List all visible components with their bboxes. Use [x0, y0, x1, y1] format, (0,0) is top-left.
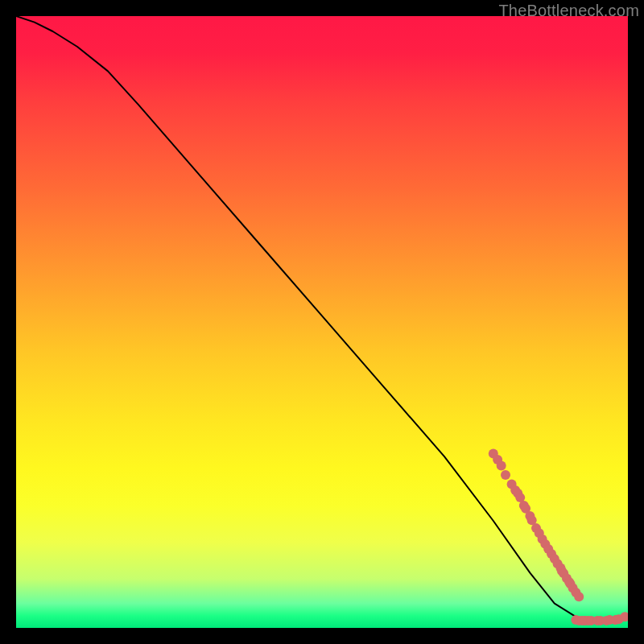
marker-dot: [535, 528, 544, 538]
marker-dot: [571, 588, 580, 597]
marker-dot: [562, 573, 572, 583]
marker-dot: [519, 501, 529, 510]
marker-dot: [531, 523, 541, 533]
marker-dot: [557, 566, 567, 576]
marker-dot: [571, 615, 580, 625]
marker-dot: [553, 559, 563, 568]
marker-dot: [584, 616, 593, 625]
marker-dot: [525, 511, 535, 521]
marker-dot: [510, 485, 520, 495]
marker-dot: [550, 554, 559, 564]
curve-path: [16, 16, 628, 621]
marker-dot: [596, 616, 605, 625]
marker-dot: [493, 455, 502, 464]
marker-dot: [586, 616, 596, 625]
marker-dot: [489, 448, 498, 458]
marker-dot: [577, 616, 587, 625]
marker-dot: [547, 549, 556, 559]
marker-dot: [580, 616, 590, 625]
marker-dot: [614, 614, 624, 624]
marker-dot: [601, 616, 611, 625]
marker-dot: [574, 616, 584, 625]
chart-stage: TheBottleneck.com: [0, 0, 644, 644]
marker-dot: [543, 544, 553, 554]
marker-dot: [559, 568, 568, 578]
marker-dot: [566, 579, 576, 588]
marker-dot: [507, 479, 517, 489]
curve-line: [16, 16, 628, 621]
marker-dot: [540, 539, 550, 549]
marker-dot: [592, 616, 602, 625]
marker-dot: [605, 615, 614, 625]
marker-dot: [513, 489, 522, 498]
marker-dot: [574, 592, 584, 601]
chart-svg: [16, 16, 628, 628]
marker-dot: [620, 612, 628, 621]
watermark-label: TheBottleneck.com: [498, 2, 639, 20]
marker-dot: [527, 515, 537, 525]
marker-dot: [555, 564, 565, 573]
marker-dots: [489, 448, 628, 625]
marker-dot: [521, 504, 530, 514]
marker-dot: [515, 493, 525, 502]
marker-dot: [611, 615, 621, 625]
marker-dot: [538, 535, 547, 544]
marker-dot: [564, 577, 574, 587]
marker-dot: [501, 470, 510, 480]
marker-dot: [568, 584, 578, 593]
marker-dot: [497, 461, 506, 471]
plot-area: [16, 16, 628, 628]
